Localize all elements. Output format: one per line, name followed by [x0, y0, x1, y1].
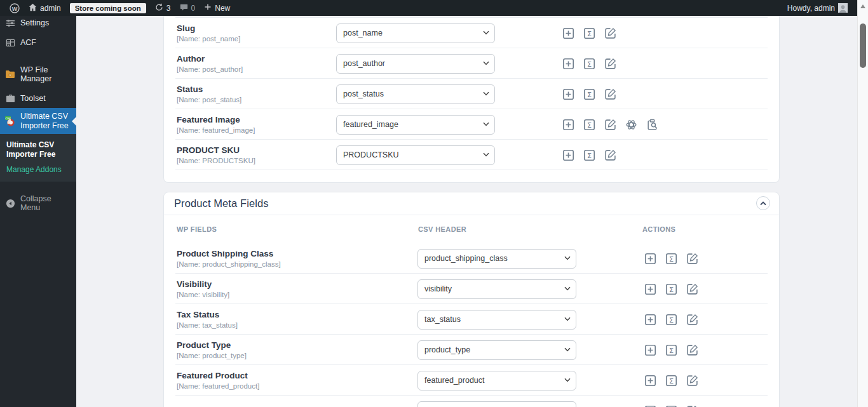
wordpress-logo-icon[interactable]: W [5, 0, 24, 16]
howdy-text: Howdy, admin [787, 4, 835, 13]
field-label: PRODUCT SKU [177, 145, 336, 155]
scrollbar-thumb[interactable] [860, 23, 866, 68]
add-mapping-button[interactable] [562, 149, 574, 161]
csv-header-select[interactable]: product_type [417, 340, 576, 360]
formula-button[interactable]: Σ [665, 314, 677, 326]
submenu-item-importer[interactable]: Ultimate CSV Importer Free [6, 140, 71, 159]
submenu-item-manage-addons[interactable]: Manage Addons [6, 165, 71, 174]
formula-button[interactable]: Σ [583, 149, 595, 161]
field-row: Visibility [Name: visibility] visibility… [164, 274, 779, 304]
edit-button[interactable] [604, 119, 616, 131]
csv-header-select[interactable]: product_shipping_class [417, 249, 576, 269]
field-row: Featured Image [Name: featured_image] fe… [164, 109, 779, 140]
sidebar-item-settings[interactable]: Settings [0, 13, 76, 33]
add-mapping-button[interactable] [644, 344, 656, 356]
edit-button[interactable] [686, 314, 698, 326]
field-name: [Name: post_name] [177, 35, 336, 43]
edit-button[interactable] [604, 58, 616, 70]
csv-header-select[interactable]: PRODUCTSKU [336, 145, 495, 165]
edit-button[interactable] [604, 27, 616, 39]
csv-header-select[interactable]: featured_image [336, 115, 495, 135]
row-actions: Σ [644, 405, 698, 407]
field-name: [Name: PRODUCTSKU] [177, 157, 336, 164]
csv-header-select[interactable]: post_name [336, 23, 495, 43]
edit-button[interactable] [686, 375, 698, 387]
site-menu[interactable]: admin [24, 0, 65, 16]
formula-button[interactable]: Σ [583, 58, 595, 70]
formula-button[interactable]: Σ [583, 88, 595, 100]
my-account-menu[interactable]: Howdy, admin [783, 3, 852, 13]
add-mapping-button[interactable] [562, 88, 574, 100]
field-label: Visibility [177, 279, 417, 289]
csv-header-select-wrap: visibility [417, 279, 576, 299]
collapse-section-button[interactable] [756, 196, 770, 210]
add-mapping-button[interactable] [562, 119, 574, 131]
formula-button[interactable]: Σ [583, 119, 595, 131]
add-mapping-button[interactable] [644, 283, 656, 295]
avatar [838, 3, 848, 13]
field-label: Product Type [177, 340, 417, 350]
field-name: [Name: post_status] [177, 96, 336, 103]
scroll-up-arrow[interactable] [860, 4, 865, 8]
edit-button[interactable] [604, 88, 616, 100]
csv-header-select-wrap [417, 401, 576, 407]
edit-button[interactable] [686, 405, 698, 407]
vertical-scrollbar[interactable] [857, 0, 868, 407]
formula-button[interactable]: Σ [583, 27, 595, 39]
add-mapping-button[interactable] [562, 27, 574, 39]
comments-menu[interactable]: 0 [175, 0, 200, 16]
formula-button[interactable]: Σ [665, 405, 677, 407]
csv-header-select[interactable]: post_status [336, 84, 495, 104]
add-mapping-button[interactable] [644, 253, 656, 265]
edit-button[interactable] [686, 344, 698, 356]
field-label: Tax Status [177, 310, 417, 319]
main-content: Slug [Name: post_name] post_name Σ [76, 16, 857, 407]
briefcase-icon [5, 94, 15, 103]
edit-button[interactable] [604, 149, 616, 161]
post-fields-card: Slug [Name: post_name] post_name Σ [163, 16, 780, 183]
add-mapping-button[interactable] [644, 405, 656, 407]
row-actions: Σ [562, 119, 658, 131]
admin-sidebar: Settings ACF w WP File Manager Toolset C… [0, 16, 76, 407]
media-search-button[interactable] [646, 119, 658, 131]
collapse-arrow-icon [5, 199, 15, 208]
row-actions: Σ [644, 253, 698, 265]
sliders-icon [5, 18, 15, 28]
csv-header-select[interactable] [417, 401, 576, 407]
field-row: PRODUCT SKU [Name: PRODUCTSKU] PRODUCTSK… [164, 140, 779, 170]
row-actions: Σ [644, 375, 698, 387]
field-name: [Name: product_type] [177, 352, 417, 359]
folder-icon: w [5, 70, 15, 79]
csv-header-select[interactable]: tax_status [417, 310, 576, 330]
edit-button[interactable] [686, 253, 698, 265]
sidebar-item-toolset[interactable]: Toolset [0, 89, 76, 108]
svg-text:Σ: Σ [669, 346, 674, 354]
collapse-menu-button[interactable]: Collapse Menu [0, 189, 76, 218]
field-label: Status [177, 84, 336, 94]
sidebar-item-ultimate-csv-importer[interactable]: CSV Ultimate CSV Importer Free [0, 108, 76, 134]
new-content-menu[interactable]: New [200, 0, 234, 16]
add-mapping-button[interactable] [644, 314, 656, 326]
add-mapping-button[interactable] [562, 58, 574, 70]
csv-header-select[interactable]: featured_product [417, 371, 576, 390]
field-row: Author [Name: post_author] post_author Σ [164, 48, 779, 79]
formula-button[interactable]: Σ [665, 344, 677, 356]
field-label: Featured Image [177, 115, 336, 124]
csv-header-select-wrap: product_type [417, 340, 576, 360]
add-mapping-button[interactable] [644, 375, 656, 387]
sidebar-item-acf[interactable]: ACF [0, 33, 76, 53]
field-name: [Name: featured_image] [177, 126, 336, 134]
field-name: [Name: visibility] [177, 291, 417, 298]
ai-generate-button[interactable] [625, 119, 637, 131]
edit-button[interactable] [686, 283, 698, 295]
csv-header-select[interactable]: post_author [336, 54, 495, 74]
row-actions: Σ [644, 283, 698, 295]
formula-button[interactable]: Σ [665, 375, 677, 387]
store-status-badge[interactable]: Store coming soon [65, 0, 151, 16]
csv-header-select[interactable]: visibility [417, 279, 576, 299]
formula-button[interactable]: Σ [665, 283, 677, 295]
formula-button[interactable]: Σ [665, 253, 677, 265]
sidebar-item-wp-file-manager[interactable]: w WP File Manager [0, 60, 76, 89]
updates-menu[interactable]: 3 [151, 0, 175, 16]
svg-text:Σ: Σ [587, 90, 592, 98]
